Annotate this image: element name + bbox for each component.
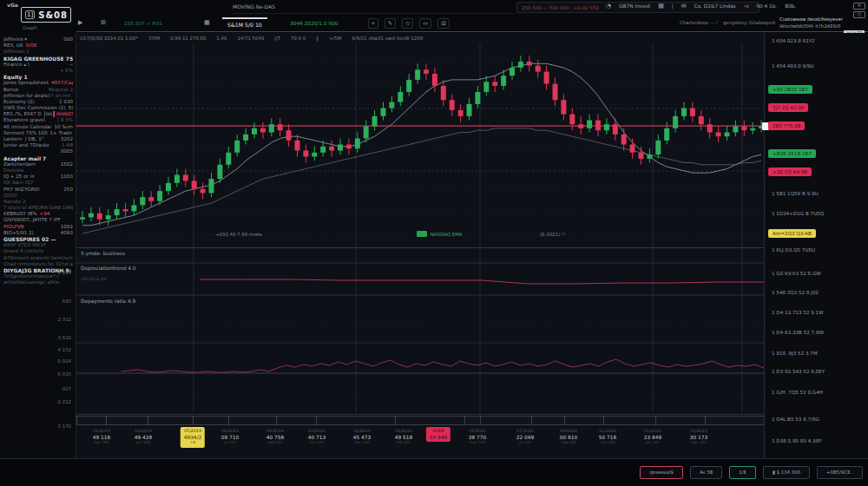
time-axis-label[interactable]: 09/202000 810sep 100	[560, 429, 577, 446]
scrollbar-segment[interactable]	[464, 416, 482, 425]
time-axis-label[interactable]: 05/202038 770may 105	[469, 429, 486, 446]
scrollbar-segment[interactable]	[480, 416, 532, 425]
watchlist-row[interactable]: + 5%	[3, 68, 73, 74]
watchlist-row[interactable]: Zwitcherdam1502	[3, 161, 73, 167]
watchlist-row[interactable]: Acapter mail 7	[3, 155, 73, 161]
time-axis-label[interactable]: 10/201940 713oct 104	[308, 429, 326, 446]
time-axis-label[interactable]: AUEN34 948	[426, 427, 450, 442]
time-axis-label[interactable]: 12/201945 473dec 100	[353, 429, 371, 446]
watchlist-row[interactable]: 7 store of APEURA GIAB DAN./GP	[3, 205, 73, 211]
watchlist-row[interactable]: A93Y V7D3 04/1P	[3, 242, 73, 248]
watchlist-row[interactable]: BonusRequest 2	[3, 87, 73, 93]
scrollbar-segment[interactable]	[655, 416, 706, 425]
header-menu-item[interactable]: B0b.	[785, 3, 796, 9]
bell-icon[interactable]: ▤	[658, 3, 664, 10]
watchlist-row[interactable]: IQ + 25 or in1103	[3, 174, 73, 180]
watchlist-row[interactable]: Lantern) DB, 1°3202	[3, 136, 73, 142]
symbol-selector[interactable]: 1] S&08	[21, 7, 71, 23]
price-axis[interactable]: 1 604 023.8 81Y21 454 493.0 9/9U+00 2B15…	[764, 33, 868, 458]
watchlist-row[interactable]: BIO+5/91 2)4093	[3, 230, 73, 236]
watchlist-row[interactable]: Serment 75% 1001+ Trade mix+7.00	[3, 130, 73, 136]
watchlist-row[interactable]: 40 minute Calendar10 Sum0507	[3, 124, 73, 130]
toolbar-right-text-2[interactable]: genystrey (Graboqurk	[723, 20, 775, 25]
row-alert-box[interactable]: MARKET/LAB	[54, 111, 73, 117]
play-icon[interactable]: ▶	[78, 19, 82, 26]
time-axis-label[interactable]: 07/202022 049jul 102	[516, 429, 534, 446]
status-bar-button[interactable]: qovesval$	[640, 466, 682, 479]
scrollbar-segment[interactable]	[148, 416, 194, 425]
indicator-panes[interactable]	[76, 247, 764, 415]
watchlist-row[interactable]: GIVISWIDT, JAYITE 7 IPF	[3, 217, 73, 223]
mail-icon[interactable]: ✉	[681, 3, 687, 10]
status-bar-button[interactable]: Av 5B	[690, 466, 722, 479]
crosshair-icon[interactable]: ⌖	[368, 18, 378, 29]
watchlist-row[interactable]: Jteave 6 cm/scts	[3, 248, 73, 254]
status-bar-button[interactable]: ▮ $ 134 306	[763, 466, 810, 479]
scrollbar-segment[interactable]	[193, 416, 228, 425]
toolbar-right-text-1[interactable]: Chartvideos ⋯ ⁄	[680, 20, 717, 25]
scrollbar-segment[interactable]	[395, 416, 464, 425]
shapes-icon[interactable]: ◇	[402, 18, 413, 29]
watchlist-row[interactable]: Chad remonteurs for 32nd service	[3, 261, 73, 267]
header-menu-item[interactable]: Co. D2&7 Lindas	[694, 3, 736, 9]
status-bar-button[interactable]: +0B5/9CE .	[817, 466, 863, 479]
active-symbol-tab[interactable]: S&1M 5/0 10	[222, 17, 267, 28]
time-axis-label[interactable]: 03/202130 173mar 104	[690, 429, 707, 446]
watchlist-row[interactable]: A78mount seworth farm/sch	[3, 255, 73, 261]
watchlist-row[interactable]: Jefferies ▾000	[3, 36, 73, 43]
header-menu-item[interactable]: GB7N Invest	[619, 3, 650, 9]
time-axis-label[interactable]: 06/201909 710jul 101	[221, 429, 239, 446]
time-axis-label[interactable]: 05/20194934/2+0	[181, 427, 205, 448]
watchlist-row[interactable]: Elsewhere gravel[ 8 5%	[3, 117, 73, 123]
scrollbar-segment[interactable]	[76, 416, 107, 425]
time-axis-label[interactable]: 01/201949 116apr 100	[93, 429, 110, 446]
scrollbar-segment[interactable]	[705, 416, 765, 425]
watchlist-row[interactable]: Economy (2)1 930	[3, 99, 73, 105]
watchlist-row[interactable]: PIOLPVB1092	[3, 224, 73, 230]
watchlist-row[interactable]: KIGAG GREENHOUSE 756	[3, 56, 73, 62]
watchlist-row[interactable]: GUESSPIRES 02 —	[3, 236, 73, 242]
time-axis-label[interactable]: 08/201940 758sep 103	[266, 429, 284, 446]
watchlist-row[interactable]: Junior and 7D/auto1 AB	[3, 142, 73, 148]
layout-icon[interactable]: ⊟	[437, 18, 449, 29]
time-axis[interactable]: 01/201949 116apr 10003/201949 428jun 109…	[76, 425, 764, 451]
clock-icon[interactable]: ◔	[606, 3, 611, 10]
watchlist-row[interactable]: Nanote 2	[3, 199, 73, 205]
chart-area[interactable]: U17/Q/SQ 2014.01 1:00*7/5M0.99 11 279.80…	[76, 33, 764, 458]
scrollbar-segment[interactable]	[603, 416, 656, 425]
header-menu-item[interactable]: S0:4 1b.	[756, 3, 777, 9]
watchlist-row[interactable]: 0005	[3, 148, 73, 154]
scrollbar-segment[interactable]	[106, 416, 148, 425]
header-menu-item[interactable]: |	[672, 3, 674, 9]
add-icon[interactable]: ⊞	[101, 19, 106, 26]
watchlist-row[interactable]: IQr barn IQ7	[3, 180, 73, 186]
watchlist-row[interactable]: PH7 WIZYGRID250	[3, 187, 73, 193]
watchlist-row[interactable]: ER1 /%, E047 DGOMARKET/LAB	[3, 111, 73, 117]
scrollbar-segment[interactable]	[316, 416, 396, 425]
watchlist-row[interactable]: Jefferson 1	[3, 49, 73, 55]
time-axis-label[interactable]: 02/202049 518feb 102	[395, 429, 412, 446]
time-axis-label[interactable]: 11/202050 718nov 103	[599, 429, 616, 446]
scrollbar-segment[interactable]	[276, 416, 317, 425]
scrollbar-segment[interactable]	[531, 416, 565, 425]
watchlist-row[interactable]: Equity 1	[3, 74, 73, 80]
watchlist-row[interactable]: REX, UK0/08	[3, 43, 73, 49]
draw-icon[interactable]: ✎	[385, 18, 396, 29]
time-axis-label[interactable]: 01/202123 849jan 101	[644, 429, 661, 446]
watchlist-row[interactable]: KEBRUSY IB%+94	[3, 211, 73, 217]
corner-widget-icon[interactable]: ≡	[853, 3, 865, 10]
watchlist-row[interactable]: Diversia	[3, 167, 73, 174]
period-scrollbar[interactable]	[76, 416, 764, 425]
screenshot-icon[interactable]: ▭	[419, 18, 431, 29]
watchlist-row[interactable]: Jefferson for deals97 on net 7 B20	[3, 93, 73, 99]
watchlist-row[interactable]: DWS Dec Commission (2)500 10+07 (2)	[3, 105, 73, 111]
grid-icon[interactable]: ▦	[204, 19, 210, 26]
scrollbar-segment[interactable]	[228, 416, 277, 425]
watchlist-row[interactable]: Jones Spreadsheet4937/Cap130 2	[3, 80, 73, 86]
watchlist-row[interactable]: Finance ▴ )→	[3, 62, 73, 68]
watchlist-row[interactable]: arthellisticasings' afkle	[3, 279, 73, 286]
chevron-left-icon[interactable]: ◅	[744, 3, 748, 10]
scrollbar-segment[interactable]	[564, 416, 604, 425]
watchlist-row[interactable]: ZIVIO	[3, 193, 73, 199]
time-axis-label[interactable]: 03/201949 428jun 109	[135, 429, 152, 446]
